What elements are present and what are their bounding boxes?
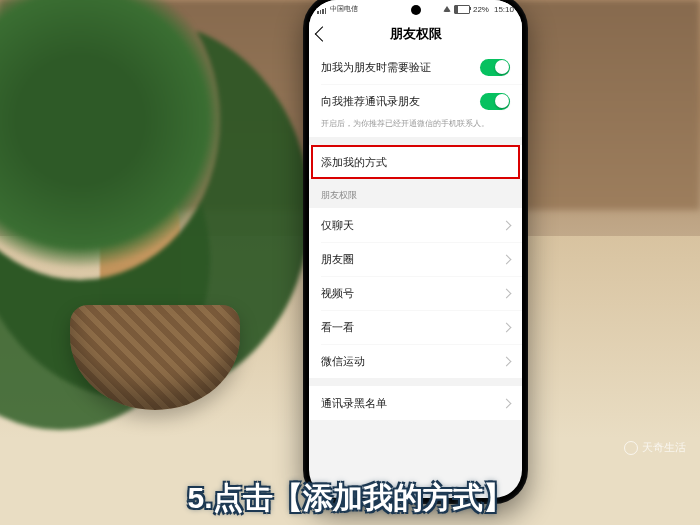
row-label: 看一看 (321, 312, 503, 343)
row-require-verify[interactable]: 加我为朋友时需要验证 (309, 50, 522, 84)
back-icon[interactable] (315, 26, 331, 42)
toggle-switch[interactable] (480, 59, 510, 76)
watermark-icon (624, 441, 638, 455)
tutorial-caption: 5.点击【添加我的方式】 (187, 478, 512, 519)
chevron-right-icon (502, 322, 512, 332)
settings-content: 加我为朋友时需要验证 向我推荐通讯录朋友 开启后，为你推荐已经开通微信的手机联系… (309, 50, 522, 498)
chevron-right-icon (502, 398, 512, 408)
section-gap (309, 420, 522, 428)
nav-header: 朋友权限 (309, 18, 522, 50)
add-methods-group: 添加我的方式 (309, 145, 522, 179)
battery-percent: 22% (473, 5, 489, 14)
row-label: 向我推荐通讯录朋友 (321, 86, 480, 117)
row-werun[interactable]: 微信运动 (309, 344, 522, 378)
battery-icon (454, 5, 470, 14)
row-label: 视频号 (321, 278, 503, 309)
chevron-right-icon (502, 254, 512, 264)
camera-notch (411, 5, 421, 15)
clock: 15:10 (494, 5, 514, 14)
row-moments[interactable]: 朋友圈 (309, 242, 522, 276)
permissions-group: 仅聊天 朋友圈 视频号 看一看 (309, 208, 522, 378)
row-label: 加我为朋友时需要验证 (321, 52, 480, 83)
phone-screen: 中国电信 22% 15:10 朋友权限 加我为朋友时需要验证 (309, 0, 522, 498)
section-gap (309, 137, 522, 145)
page-title: 朋友权限 (390, 25, 442, 43)
row-recommend-contacts[interactable]: 向我推荐通讯录朋友 (309, 84, 522, 118)
row-chat-only[interactable]: 仅聊天 (309, 208, 522, 242)
chevron-right-icon (502, 356, 512, 366)
chevron-right-icon (502, 220, 512, 230)
network-label: 中国电信 (330, 4, 358, 14)
toggle-group: 加我为朋友时需要验证 向我推荐通讯录朋友 开启后，为你推荐已经开通微信的手机联系… (309, 50, 522, 137)
row-add-methods[interactable]: 添加我的方式 (309, 145, 522, 179)
row-label: 朋友圈 (321, 244, 503, 275)
tutorial-scene: 中国电信 22% 15:10 朋友权限 加我为朋友时需要验证 (0, 0, 700, 525)
row-label: 仅聊天 (321, 210, 503, 241)
row-blacklist[interactable]: 通讯录黑名单 (309, 386, 522, 420)
row-label: 通讯录黑名单 (321, 388, 503, 419)
toggle-switch[interactable] (480, 93, 510, 110)
row-label: 微信运动 (321, 346, 503, 377)
watermark: 天奇生活 (624, 440, 686, 455)
phone-frame: 中国电信 22% 15:10 朋友权限 加我为朋友时需要验证 (303, 0, 528, 504)
blacklist-group: 通讯录黑名单 (309, 386, 522, 420)
row-label: 添加我的方式 (321, 147, 503, 178)
watermark-text: 天奇生活 (642, 440, 686, 455)
wifi-icon (443, 6, 451, 12)
cell-signal-icon (317, 4, 326, 14)
section-header: 朋友权限 (309, 179, 522, 208)
chevron-right-icon (502, 288, 512, 298)
section-gap (309, 378, 522, 386)
row-top-stories[interactable]: 看一看 (309, 310, 522, 344)
row-description: 开启后，为你推荐已经开通微信的手机联系人。 (309, 118, 522, 137)
row-channels[interactable]: 视频号 (309, 276, 522, 310)
